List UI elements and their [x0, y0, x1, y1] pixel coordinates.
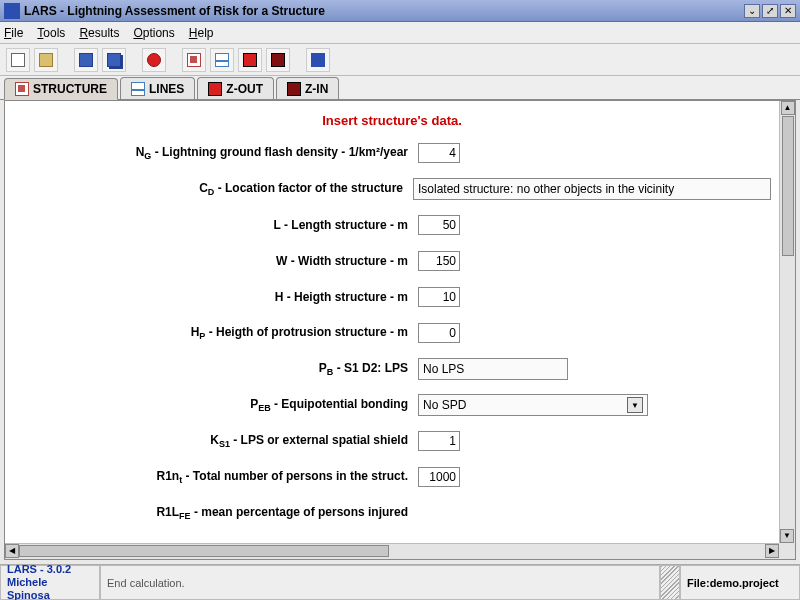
- scroll-corner: [779, 543, 795, 559]
- h-input[interactable]: [418, 287, 460, 307]
- menu-tools[interactable]: Tools: [37, 26, 65, 40]
- content-panel: Insert structure's data. NG - Lightning …: [4, 100, 796, 560]
- window-title: LARS - Lightning Assessment of Risk for …: [24, 4, 742, 18]
- maximize-inner-icon[interactable]: ⤢: [762, 4, 778, 18]
- horizontal-scrollbar[interactable]: ◀ ▶: [5, 543, 779, 559]
- w-input[interactable]: [418, 251, 460, 271]
- hscroll-thumb[interactable]: [19, 545, 389, 557]
- save-as-button[interactable]: [102, 48, 126, 72]
- l-label: L - Length structure - m: [13, 218, 418, 232]
- form-heading: Insert structure's data.: [13, 113, 771, 128]
- toolbar: [0, 44, 800, 76]
- l-input[interactable]: [418, 215, 460, 235]
- record-button[interactable]: [142, 48, 166, 72]
- pb-label: PB - S1 D2: LPS: [13, 361, 418, 377]
- ng-label: NG - Lightning ground flash density - 1/…: [13, 145, 418, 161]
- vertical-scrollbar[interactable]: ▲ ▼: [779, 101, 795, 543]
- tabbar: STRUCTURE LINES Z-OUT Z-IN: [0, 76, 800, 100]
- pb-select[interactable]: No LPS: [418, 358, 568, 380]
- zout-icon: [208, 82, 222, 96]
- ks1-input[interactable]: [418, 431, 460, 451]
- tab-zout[interactable]: Z-OUT: [197, 77, 274, 99]
- vscroll-thumb[interactable]: [782, 116, 794, 256]
- resize-grip-icon[interactable]: [660, 565, 680, 600]
- statusbar: LARS - 3.0.2 Michele Spinosa End calcula…: [0, 564, 800, 600]
- menu-options[interactable]: Options: [133, 26, 174, 40]
- save-button[interactable]: [74, 48, 98, 72]
- goto-structure-button[interactable]: [182, 48, 206, 72]
- w-label: W - Width structure - m: [13, 254, 418, 268]
- menu-file[interactable]: File: [4, 26, 23, 40]
- menu-help[interactable]: Help: [189, 26, 214, 40]
- structure-icon: [15, 82, 29, 96]
- tab-lines[interactable]: LINES: [120, 77, 195, 99]
- cd-select[interactable]: Isolated structure: no other objects in …: [413, 178, 771, 200]
- cd-label: CD - Location factor of the structure: [13, 181, 413, 197]
- minimize-inner-icon[interactable]: ⌄: [744, 4, 760, 18]
- menu-results[interactable]: Results: [79, 26, 119, 40]
- peb-select[interactable]: No SPD▼: [418, 394, 648, 416]
- chevron-down-icon: ▼: [627, 397, 643, 413]
- ks1-label: KS1 - LPS or external spatial shield: [13, 433, 418, 449]
- new-button[interactable]: [6, 48, 30, 72]
- status-file: File: demo.project: [680, 565, 800, 600]
- open-button[interactable]: [34, 48, 58, 72]
- app-icon: [4, 3, 20, 19]
- scroll-right-button[interactable]: ▶: [765, 544, 779, 558]
- r1lfe-label: R1LFE - mean percentage of persons injur…: [13, 505, 418, 521]
- menubar: File Tools Results Options Help: [0, 22, 800, 44]
- status-message: End calculation.: [100, 565, 660, 600]
- peb-label: PEB - Equipotential bonding: [13, 397, 418, 413]
- scroll-down-button[interactable]: ▼: [780, 529, 794, 543]
- hp-input[interactable]: [418, 323, 460, 343]
- r1nt-input[interactable]: [418, 467, 460, 487]
- scroll-left-button[interactable]: ◀: [5, 544, 19, 558]
- close-icon[interactable]: ✕: [780, 4, 796, 18]
- status-version: LARS - 3.0.2 Michele Spinosa: [0, 565, 100, 600]
- goto-zout-button[interactable]: [238, 48, 262, 72]
- ng-input[interactable]: [418, 143, 460, 163]
- tab-structure[interactable]: STRUCTURE: [4, 78, 118, 100]
- zin-icon: [287, 82, 301, 96]
- scroll-up-button[interactable]: ▲: [781, 101, 795, 115]
- r1nt-label: R1nt - Total number of persons in the st…: [13, 469, 418, 485]
- lines-icon: [131, 82, 145, 96]
- tab-zin[interactable]: Z-IN: [276, 77, 339, 99]
- h-label: H - Heigth structure - m: [13, 290, 418, 304]
- goto-zin-button[interactable]: [266, 48, 290, 72]
- goto-lines-button[interactable]: [210, 48, 234, 72]
- hp-label: HP - Heigth of protrusion structure - m: [13, 325, 418, 341]
- about-button[interactable]: [306, 48, 330, 72]
